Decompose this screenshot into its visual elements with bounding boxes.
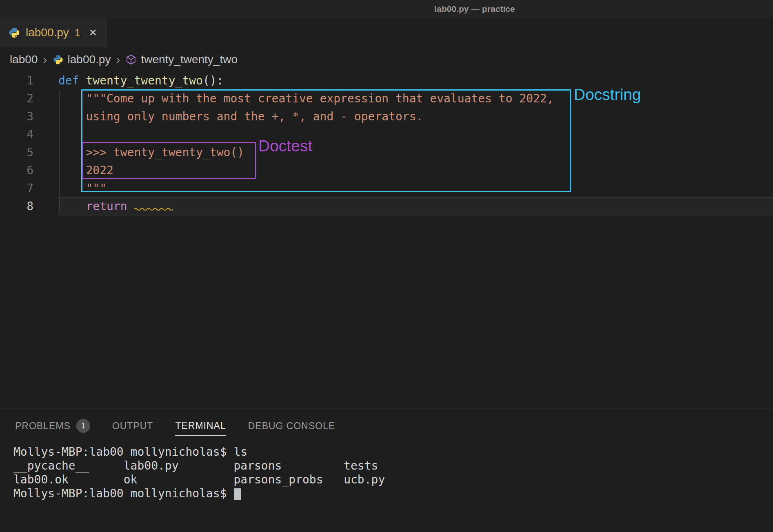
code-line-text bbox=[33, 126, 58, 144]
line-number: 4 bbox=[0, 126, 33, 144]
code-line-1[interactable]: 1def twenty_twenty_two(): bbox=[0, 72, 773, 90]
breadcrumb: lab00 › lab00.py › twenty_twenty_two bbox=[0, 47, 773, 72]
code-line-text: """Come up with the most creative expres… bbox=[33, 90, 554, 108]
panel-tab-debug-console-label: DEBUG CONSOLE bbox=[248, 421, 335, 432]
terminal-line: __pycache__ lab00.py parsons tests bbox=[13, 459, 385, 473]
code-line-3[interactable]: 3 using only numbers and the +, *, and -… bbox=[0, 108, 773, 126]
code-line-8[interactable]: 8 return bbox=[0, 197, 773, 215]
code-editor[interactable]: 1def twenty_twenty_two():2 """Come up wi… bbox=[0, 72, 773, 215]
line-number: 6 bbox=[0, 162, 33, 180]
terminal-line: Mollys-MBP:lab00 mollynicholas$ ls bbox=[13, 445, 385, 459]
code-line-text: return bbox=[33, 197, 173, 215]
title-bar: lab00.py — practice bbox=[0, 0, 773, 18]
line-number: 2 bbox=[0, 90, 33, 108]
tab-file-name: lab00.py bbox=[26, 26, 69, 39]
code-line-4[interactable]: 4 bbox=[0, 126, 773, 144]
code-lines: 1def twenty_twenty_two():2 """Come up wi… bbox=[0, 72, 773, 215]
panel-tab-bar: PROBLEMS 1 OUTPUT TERMINAL DEBUG CONSOLE bbox=[0, 408, 773, 441]
code-line-6[interactable]: 6 2022 bbox=[0, 162, 773, 180]
terminal-cursor bbox=[234, 488, 241, 500]
breadcrumb-item-lab00[interactable]: lab00 bbox=[10, 53, 38, 66]
panel-tab-output-label: OUTPUT bbox=[112, 421, 153, 432]
code-line-2[interactable]: 2 """Come up with the most creative expr… bbox=[0, 90, 773, 108]
line-number: 5 bbox=[0, 144, 33, 162]
panel-tab-problems[interactable]: PROBLEMS 1 bbox=[15, 415, 90, 437]
code-line-text: 2022 bbox=[33, 162, 113, 180]
panel-tab-terminal-label: TERMINAL bbox=[175, 420, 226, 431]
line-number: 1 bbox=[0, 72, 33, 90]
panel-tab-problems-label: PROBLEMS bbox=[15, 421, 71, 432]
code-line-7[interactable]: 7 """ bbox=[0, 180, 773, 197]
chevron-right-icon: › bbox=[42, 53, 49, 66]
panel-tab-terminal[interactable]: TERMINAL bbox=[175, 416, 226, 436]
line-number: 7 bbox=[0, 180, 33, 197]
symbol-cube-icon bbox=[125, 54, 137, 65]
line-number: 3 bbox=[0, 108, 33, 126]
window-title: lab00.py — practice bbox=[434, 4, 515, 14]
code-line-text: using only numbers and the +, *, and - o… bbox=[33, 108, 423, 126]
editor-tab-lab00py[interactable]: lab00.py 1 ✕ bbox=[0, 18, 107, 47]
code-line-text: """ bbox=[33, 180, 107, 197]
line-number: 8 bbox=[0, 197, 33, 215]
code-line-text: >>> twenty_twenty_two() bbox=[33, 144, 244, 162]
panel-tab-debug-console[interactable]: DEBUG CONSOLE bbox=[248, 417, 335, 436]
code-line-text: def twenty_twenty_two(): bbox=[33, 72, 224, 90]
panel-tab-output[interactable]: OUTPUT bbox=[112, 417, 153, 436]
tab-dirty-count: 1 bbox=[75, 27, 80, 39]
close-icon[interactable]: ✕ bbox=[89, 27, 97, 38]
bottom-panel: PROBLEMS 1 OUTPUT TERMINAL DEBUG CONSOLE… bbox=[0, 408, 773, 532]
tab-bar: lab00.py 1 ✕ bbox=[0, 18, 773, 47]
code-line-5[interactable]: 5 >>> twenty_twenty_two() bbox=[0, 144, 773, 162]
python-icon bbox=[8, 27, 20, 39]
terminal-output[interactable]: Mollys-MBP:lab00 mollynicholas$ ls__pyca… bbox=[13, 445, 385, 501]
terminal-line: Mollys-MBP:lab00 mollynicholas$ bbox=[13, 487, 385, 501]
breadcrumb-item-function[interactable]: twenty_twenty_two bbox=[141, 53, 238, 66]
warning-squiggle-icon bbox=[134, 207, 173, 211]
terminal-line: lab00.ok ok parsons_probs ucb.py bbox=[13, 473, 385, 487]
chevron-right-icon: › bbox=[115, 53, 121, 66]
breadcrumb-item-lab00py[interactable]: lab00.py bbox=[68, 53, 111, 66]
python-icon bbox=[53, 54, 64, 65]
problems-count-badge: 1 bbox=[76, 419, 90, 433]
